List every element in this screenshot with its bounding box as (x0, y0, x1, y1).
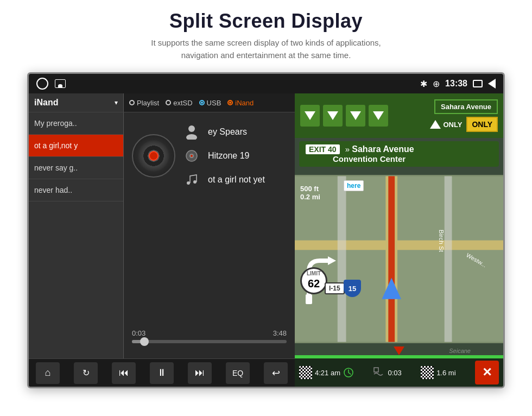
source-extsd-label: extSD (173, 99, 192, 107)
eq-icon: EQ (232, 369, 243, 377)
next-icon: ⏭ (195, 367, 205, 379)
back-arrow-icon (488, 79, 496, 89)
svg-rect-19 (374, 368, 378, 372)
song-row: ot a girl not yet (183, 171, 287, 188)
i15-badge: I-15 (325, 282, 345, 294)
artist-row: ey Spears (132, 123, 287, 188)
here-logo: here (344, 180, 364, 191)
disc-icon (183, 147, 200, 165)
eq-button[interactable]: EQ (226, 362, 250, 384)
nav-bottom-bar: 4:21 am 0:03 1.6 mi (295, 358, 503, 387)
prev-button[interactable]: ⏮ (112, 362, 136, 384)
hw-arrow-2 (323, 105, 343, 127)
only-badge: ONLY (466, 117, 498, 132)
svg-marker-16 (328, 256, 336, 265)
music-note-icon (183, 171, 200, 188)
clock-icon (343, 367, 354, 378)
source-selector[interactable]: iNand ▾ (29, 93, 124, 112)
nav-close-button[interactable]: ✕ (475, 361, 499, 385)
svg-point-0 (188, 125, 195, 132)
now-playing: ey Spears (124, 112, 295, 358)
nav-arrow-indicator (394, 346, 404, 355)
nav-elapsed-time: 0:03 (373, 367, 401, 379)
next-button[interactable]: ⏭ (188, 362, 212, 384)
radio-inand-icon (227, 100, 233, 105)
play-pause-button[interactable]: ⏸ (150, 362, 174, 384)
playlist-item-2[interactable]: never say g.. (29, 157, 123, 179)
repeat-button[interactable]: ↻ (74, 362, 98, 384)
back-button[interactable]: ↩ (264, 362, 288, 384)
nav-flag2-icon (421, 366, 434, 379)
status-bar: ✱ ⊕ 13:38 (29, 74, 503, 93)
radio-usb-icon (199, 100, 205, 105)
radio-playlist-icon (129, 100, 135, 105)
nav-arrival-time: 4:21 am (299, 366, 354, 379)
album-name: Hitzone 19 (208, 151, 250, 161)
source-playlist[interactable]: Playlist (129, 99, 159, 107)
source-inand-label: iNand (235, 99, 254, 107)
playlist-sidebar: My preroga.. ot a girl,not y never say g… (29, 112, 124, 358)
arrow-down-icon-4 (373, 111, 384, 120)
source-label: iNand (34, 98, 58, 108)
exit-number: EXIT 40 (306, 144, 340, 154)
time-current: 0:03 (132, 329, 145, 337)
source-options: Playlist extSD USB iNand (124, 93, 295, 112)
sahara-sign: Sahara Avenue (434, 99, 498, 114)
nav-distance-label: 1.6 mi (436, 369, 455, 377)
radio-extsd-icon (166, 100, 171, 105)
close-icon: ✕ (482, 365, 492, 380)
source-usb[interactable]: USB (199, 99, 221, 107)
progress-thumb (140, 337, 149, 346)
playlist-item-3[interactable]: never had.. (29, 179, 123, 201)
svg-rect-11 (445, 176, 452, 342)
music-panel: iNand ▾ Playlist extSD USB (29, 93, 295, 387)
watermark: Seicane (449, 348, 471, 354)
hw-arrow-1 (300, 105, 320, 127)
map-area: Birch St Westw... here 500 ft (295, 175, 503, 343)
controls-bar: ⌂ ↻ ⏮ ⏸ ⏭ EQ ↩ (29, 358, 295, 387)
arrow-down-icon-1 (305, 111, 315, 120)
bluetooth-icon: ✱ (420, 79, 427, 89)
progress-track[interactable] (132, 340, 287, 343)
svg-rect-12 (388, 176, 395, 342)
location-pin-icon: ⊕ (433, 79, 440, 89)
highway-sign-top: Sahara Avenue ONLY ONLY (295, 93, 503, 138)
song-name: ot a girl not yet (208, 175, 265, 185)
sahara-sign-label: Sahara Avenue (441, 103, 491, 111)
nav-clock-icon (373, 367, 385, 379)
page-subtitle: It supports the same screen display of t… (0, 37, 532, 61)
progress-times: 0:03 3:48 (132, 329, 287, 337)
dropdown-arrow-icon: ▾ (115, 99, 118, 106)
svg-text:Birch St: Birch St (438, 230, 445, 253)
playlist-item-0[interactable]: My preroga.. (29, 112, 123, 135)
page-header: Split Screen Display It supports the sam… (0, 0, 532, 67)
highway-shield: 15 (344, 280, 361, 297)
source-playlist-label: Playlist (137, 99, 159, 107)
playlist-item-1[interactable]: ot a girl,not y (29, 135, 123, 157)
source-inand[interactable]: iNand (227, 99, 254, 107)
window-icon (473, 80, 483, 87)
source-extsd[interactable]: extSD (166, 99, 192, 107)
time-total: 3:48 (273, 329, 287, 337)
svg-point-5 (187, 181, 190, 185)
progress-container: 0:03 3:48 (132, 325, 287, 348)
artist-name: ey Spears (208, 127, 247, 137)
svg-rect-10 (338, 176, 346, 342)
vinyl-icon (132, 134, 175, 178)
status-left (36, 78, 66, 90)
exit-sign: EXIT 40 » Sahara Avenue Convention Cente… (299, 141, 499, 167)
nav-distance: 1.6 mi (421, 366, 455, 379)
nav-arrival-label: 4:21 am (315, 369, 340, 377)
nav-elapsed-label: 0:03 (388, 369, 401, 377)
person-icon (183, 123, 200, 141)
track-info: ey Spears (132, 123, 287, 325)
route-dist: 500 ft 0.2 mi (300, 185, 320, 201)
svg-point-6 (193, 180, 197, 184)
only-sign: ONLY (443, 121, 462, 129)
hw-arrow-4 (369, 105, 388, 127)
image-icon (55, 79, 66, 88)
exit-name: Sahara Avenue (352, 144, 414, 154)
home-button[interactable]: ⌂ (36, 362, 60, 384)
status-time: 13:38 (445, 79, 467, 89)
play-pause-icon: ⏸ (157, 367, 167, 379)
